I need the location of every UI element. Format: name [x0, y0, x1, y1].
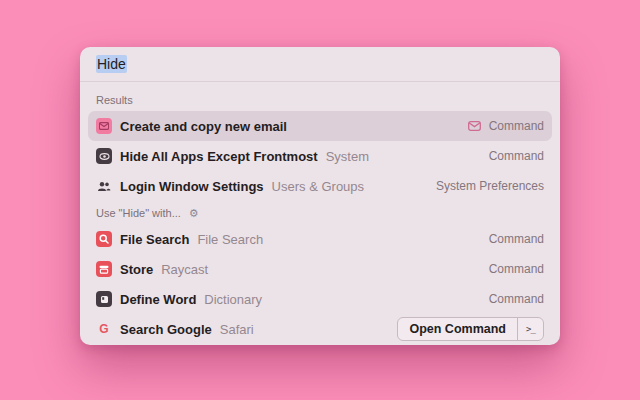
result-row-search-google[interactable]: G Search Google Safari Open Command >_ [88, 314, 552, 344]
result-row-define-word[interactable]: Define Word Dictionary Command [88, 284, 552, 314]
result-row-file-search[interactable]: File Search File Search Command [88, 224, 552, 254]
result-subtitle: Dictionary [204, 292, 262, 307]
result-subtitle: File Search [197, 232, 263, 247]
hide-apps-icon [96, 148, 112, 164]
result-row-create-email[interactable]: Create and copy new email Command [88, 111, 552, 141]
result-subtitle: System [326, 149, 369, 164]
result-type: System Preferences [436, 179, 544, 193]
result-title: Store [120, 262, 153, 277]
open-command-label: Open Command [398, 318, 517, 340]
file-search-icon [96, 231, 112, 247]
result-title: Create and copy new email [120, 119, 287, 134]
result-title: Login Window Settings [120, 179, 264, 194]
open-command-button[interactable]: Open Command >_ [397, 317, 544, 341]
google-icon: G [96, 321, 112, 337]
result-row-login-window[interactable]: Login Window Settings Users & Groups Sys… [88, 171, 552, 201]
users-groups-icon [96, 178, 112, 194]
result-title: Search Google [120, 322, 212, 337]
result-type: Command [489, 119, 544, 133]
section-use-with-label: Use "Hide" with... [96, 207, 181, 219]
search-value: Hide [96, 56, 127, 72]
result-title: Hide All Apps Except Frontmost [120, 149, 318, 164]
store-icon [96, 261, 112, 277]
prompt-key-icon: >_ [517, 318, 543, 340]
gear-icon[interactable]: ⚙ [189, 208, 199, 219]
result-row-store[interactable]: Store Raycast Command [88, 254, 552, 284]
result-subtitle: Raycast [161, 262, 208, 277]
mail-accessory-icon [468, 121, 481, 131]
result-title: File Search [120, 232, 189, 247]
result-title: Define Word [120, 292, 196, 307]
result-type: Command [489, 262, 544, 276]
section-results-label: Results [96, 94, 133, 106]
section-results: Results [88, 88, 552, 111]
result-type: Command [489, 149, 544, 163]
launcher-window: Hide Results Create and copy new email C… [80, 47, 560, 345]
section-use-with: Use "Hide" with... ⚙ [88, 201, 552, 224]
result-type: Command [489, 292, 544, 306]
dictionary-icon [96, 291, 112, 307]
result-subtitle: Safari [220, 322, 254, 337]
result-row-hide-all-apps[interactable]: Hide All Apps Except Frontmost System Co… [88, 141, 552, 171]
results-list: Results Create and copy new email Comman… [80, 82, 560, 345]
search-input[interactable]: Hide [80, 47, 560, 81]
result-subtitle: Users & Groups [272, 179, 364, 194]
result-type: Command [489, 232, 544, 246]
mail-icon [96, 118, 112, 134]
